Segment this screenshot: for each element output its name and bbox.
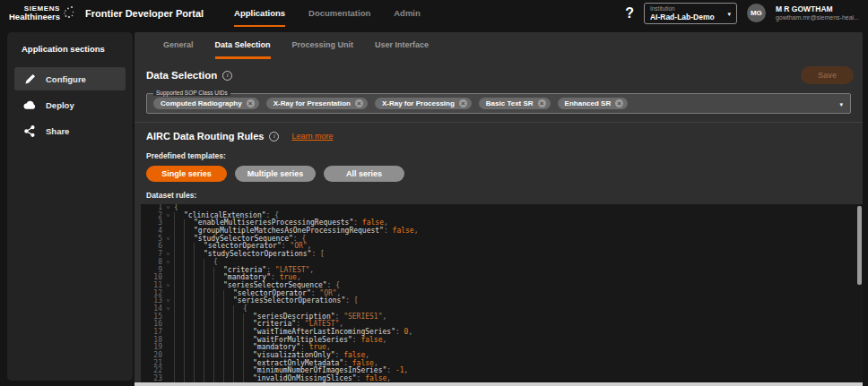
save-button[interactable]: Save [801, 66, 854, 84]
sidebar-item-share[interactable]: Share [14, 119, 126, 142]
indent-guide [194, 267, 204, 275]
editor-vertical-scrollbar[interactable] [857, 206, 862, 285]
fold-chevron-icon[interactable]: ˅ [162, 251, 174, 259]
nav-item-applications[interactable]: Applications [234, 0, 285, 27]
indent-guide [213, 321, 223, 329]
token-p: : [ [311, 251, 324, 259]
token-b: false [360, 337, 382, 345]
indent-guide [194, 297, 204, 305]
indent-guide [223, 375, 233, 382]
indent-guide [194, 290, 204, 298]
portal-title: Frontier Developer Portal [85, 8, 204, 19]
indent-guide [204, 267, 213, 275]
indent-guide [233, 375, 243, 382]
indent-guide [194, 329, 204, 337]
app-header: SIEMENS Healthineers Frontier Developer … [0, 0, 868, 27]
indent-guide [243, 375, 253, 382]
fold-chevron-icon[interactable]: ˅ [162, 282, 174, 290]
indent-guide [174, 352, 184, 360]
token-p: , [414, 227, 419, 236]
chip-label: Enhanced SR [565, 99, 612, 107]
indent-guide [184, 227, 194, 236]
indent-guide [223, 305, 233, 313]
horizontal-scrollbar[interactable] [135, 382, 863, 386]
fold-chevron-icon[interactable]: ˅ [162, 297, 174, 305]
sop-chip-x-ray-for-presentation: X-Ray for Presentation× [266, 98, 368, 109]
close-icon[interactable]: × [615, 99, 623, 107]
tab-processing-unit[interactable]: Processing Unit [292, 32, 354, 59]
indent-guide [194, 337, 204, 345]
code-line: 14˅{ [141, 305, 863, 313]
indent-guide [204, 313, 213, 322]
fold-spacer [162, 375, 174, 382]
sidebar-item-label: Deploy [46, 100, 74, 110]
sidebar-items: ConfigureDeployShare [14, 67, 126, 142]
dataset-rules-editor[interactable]: 1˅{2˅"clinicalExtension": {3"enableMulti… [141, 204, 863, 382]
indent-guide [184, 243, 194, 251]
info-icon[interactable]: i [269, 132, 279, 142]
token-p: , [383, 337, 387, 345]
code-line: 15"seriesDescription": "SERIES1", [141, 313, 863, 322]
fold-chevron-icon[interactable]: ˅ [162, 204, 174, 212]
indent-guide [213, 297, 223, 305]
fold-chevron-icon[interactable]: ˅ [162, 305, 174, 313]
fold-chevron-icon[interactable]: ˅ [162, 236, 174, 244]
close-icon[interactable]: × [247, 99, 255, 107]
code-line: 22"minimumNumberOfImagesInSeries": -1, [141, 367, 863, 375]
chip-label: X-Ray for Processing [382, 99, 455, 107]
nav-item-documentation[interactable]: Documentation [308, 0, 370, 27]
avatar[interactable]: MG [747, 4, 766, 22]
indent-guide [184, 282, 194, 290]
fold-chevron-icon[interactable]: ˅ [162, 212, 174, 220]
template-single-series[interactable]: Single series [146, 166, 227, 182]
token-k: "seriesSelectorOperations" [233, 297, 345, 305]
indent-guide [174, 259, 184, 267]
indent-guide [204, 282, 213, 290]
learn-more-link[interactable]: Learn more [291, 132, 333, 141]
indent-guide [194, 352, 204, 360]
chip-label: X-Ray for Presentation [273, 99, 351, 107]
indent-guide [174, 251, 184, 259]
nav-item-admin[interactable]: Admin [394, 0, 421, 27]
sidebar-item-deploy[interactable]: Deploy [14, 93, 126, 116]
sidebar-item-configure[interactable]: Configure [14, 67, 126, 90]
indent-guide [213, 305, 223, 313]
indent-guide [194, 344, 204, 352]
tab-general[interactable]: General [163, 32, 194, 59]
template-all-series[interactable]: All series [324, 166, 404, 182]
indent-guide [184, 313, 194, 322]
help-icon[interactable]: ? [625, 6, 634, 21]
token-b: false [365, 375, 386, 382]
fold-spacer [162, 321, 174, 329]
tab-data-selection[interactable]: Data Selection [215, 32, 271, 59]
indent-guide [184, 219, 194, 227]
fold-spacer [162, 344, 174, 352]
token-p: : [352, 337, 361, 345]
code-content: "studySelectorOperations": [ [174, 251, 325, 259]
fold-spacer [162, 337, 174, 345]
tab-user-interface[interactable]: User Interface [375, 32, 429, 59]
fold-chevron-icon[interactable]: ˅ [162, 259, 174, 267]
fold-spacer [162, 227, 174, 236]
info-icon[interactable]: i [222, 71, 232, 81]
indent-guide [174, 219, 184, 227]
indent-guide [213, 337, 223, 345]
template-multiple-series[interactable]: Multiple series [235, 166, 316, 182]
indent-guide [184, 236, 194, 244]
indent-guide [223, 337, 233, 345]
siemens-healthineers-logo: SIEMENS Healthineers [9, 5, 74, 22]
dataset-rules-label: Dataset rules: [135, 182, 863, 204]
token-p: : [ [345, 297, 358, 305]
chevron-down-icon[interactable]: ▾ [839, 101, 843, 108]
sop-class-uids-field[interactable]: Computed Radiography×X-Ray for Presentat… [146, 93, 851, 114]
close-icon[interactable]: × [355, 99, 363, 107]
institution-dropdown[interactable]: Institution AI-Rad-Lab-Demo ▾ [644, 3, 737, 24]
token-p: , [386, 375, 391, 382]
starburst-icon [63, 5, 74, 22]
indent-guide [174, 282, 184, 290]
indent-guide [223, 290, 233, 298]
close-icon[interactable]: × [459, 99, 467, 107]
close-icon[interactable]: × [538, 99, 546, 107]
airc-rules-title: AIRC Data Routing Rules [146, 131, 264, 142]
indent-guide [223, 367, 233, 375]
